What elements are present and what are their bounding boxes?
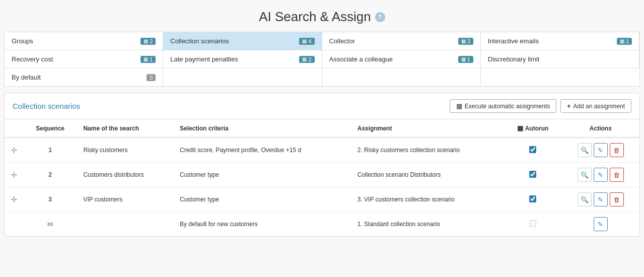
autorun-checkbox-4 xyxy=(529,220,536,227)
nav-item-late-payment[interactable]: Late payment penalties▦2 xyxy=(163,50,322,68)
nav-item-recovery-cost[interactable]: Recovery cost▦1 xyxy=(5,50,163,68)
add-assignment-button[interactable]: + Add an assignment xyxy=(560,99,631,113)
help-icon[interactable]: ? xyxy=(375,12,385,22)
nav-badge-collector: ▦3 xyxy=(458,38,473,45)
edit-icon-1: ✎ xyxy=(598,147,603,154)
infinity-icon: ∞ xyxy=(47,220,53,228)
delete-btn-1[interactable]: 🗑 xyxy=(610,143,624,157)
edit-btn-2[interactable]: ✎ xyxy=(594,168,608,182)
th-name: Name of the search xyxy=(77,119,174,137)
search-icon-2: 🔍 xyxy=(581,171,589,179)
header-row: Sequence Name of the search Selection cr… xyxy=(5,119,639,137)
nav-label-late-payment: Late payment penalties xyxy=(170,55,238,63)
edit-btn-4[interactable]: ✎ xyxy=(594,217,608,231)
nav-item-associate[interactable]: Associate a colleague▦1 xyxy=(322,50,481,68)
badge-count-collector: 3 xyxy=(467,38,470,44)
search-btn-2[interactable]: 🔍 xyxy=(578,168,592,182)
table-body: ✛1Risky customersCredit score, Payment p… xyxy=(5,137,639,236)
nav-item-discretionary-limit[interactable]: Discretionary limit xyxy=(481,50,639,68)
actions-3: 🔍✎🗑 xyxy=(562,187,639,212)
criteria-2: Customer type xyxy=(174,163,351,187)
page-title: AI Search & Assign ? xyxy=(259,9,385,25)
search-icon-1: 🔍 xyxy=(581,147,589,154)
nav-badge-interactive-emails: ▦1 xyxy=(617,38,632,45)
drag-handle-4 xyxy=(5,212,23,237)
nav-label-by-default: By default xyxy=(12,74,41,81)
nav-item-empty xyxy=(163,68,322,87)
badge-count-interactive-emails: 1 xyxy=(626,38,629,44)
badge-count-groups: 2 xyxy=(150,38,153,44)
nav-item-collection-scenarios[interactable]: Collection scenarios▦4 xyxy=(163,32,322,50)
search-btn-3[interactable]: 🔍 xyxy=(578,192,592,206)
nav-label-collection-scenarios: Collection scenarios xyxy=(170,37,229,45)
nav-container: Groups▦2Collection scenarios▦4Collector▦… xyxy=(4,32,640,87)
drag-icon-2: ✛ xyxy=(11,171,17,179)
add-label: Add an assignment xyxy=(573,103,625,110)
drag-icon-1: ✛ xyxy=(11,146,17,155)
drag-icon-3: ✛ xyxy=(11,195,17,204)
actions-1: 🔍✎🗑 xyxy=(562,137,639,163)
nav-label-associate: Associate a colleague xyxy=(329,55,393,63)
th-sequence: Sequence xyxy=(23,119,77,137)
badge-icon-recovery-cost: ▦ xyxy=(144,56,148,62)
nav-item-empty xyxy=(322,68,481,87)
section-panel: Collection scenarios ▦ Execute automatic… xyxy=(4,93,640,237)
delete-btn-3[interactable]: 🗑 xyxy=(610,192,624,206)
badge-count-recovery-cost: 1 xyxy=(150,56,153,62)
autorun-2[interactable] xyxy=(504,163,561,187)
edit-btn-3[interactable]: ✎ xyxy=(594,192,608,206)
badge-icon-late-payment: ▦ xyxy=(302,56,307,62)
criteria-4: By default for new customers xyxy=(174,212,351,237)
sequence-4: ∞ xyxy=(23,212,77,237)
nav-label-discretionary-limit: Discretionary limit xyxy=(488,55,540,63)
delete-icon-2: 🗑 xyxy=(613,171,620,179)
th-actions: Actions xyxy=(562,119,639,137)
assignments-table: Sequence Name of the search Selection cr… xyxy=(5,119,639,236)
nav-label-recovery-cost: Recovery cost xyxy=(12,55,53,63)
badge-icon-groups: ▦ xyxy=(144,38,148,44)
sequence-1: 1 xyxy=(23,137,77,163)
drag-handle-1[interactable]: ✛ xyxy=(5,137,23,163)
table-row: ✛3VIP customersCustomer type3. VIP custo… xyxy=(5,187,639,212)
delete-btn-2[interactable]: 🗑 xyxy=(610,168,624,182)
sequence-3: 3 xyxy=(23,187,77,212)
edit-icon-3: ✎ xyxy=(598,196,603,203)
section-actions: ▦ Execute automatic assignments + Add an… xyxy=(450,99,631,113)
autorun-checkbox-3[interactable] xyxy=(529,195,536,202)
badge-icon-collection-scenarios: ▦ xyxy=(302,38,307,44)
badge-count-collection-scenarios: 4 xyxy=(308,38,311,44)
nav-item-by-default[interactable]: By default5 xyxy=(5,68,163,87)
nav-badge-late-payment: ▦2 xyxy=(299,56,314,63)
page-header: AI Search & Assign ? xyxy=(0,0,644,32)
badge-icon-associate: ▦ xyxy=(461,56,466,62)
nav-item-empty xyxy=(481,68,639,87)
criteria-1: Credit score, Payment profile, Overdue +… xyxy=(174,137,351,163)
edit-icon-2: ✎ xyxy=(598,171,603,179)
drag-handle-2[interactable]: ✛ xyxy=(5,163,23,187)
drag-handle-3[interactable]: ✛ xyxy=(5,187,23,212)
table-row: ✛1Risky customersCredit score, Payment p… xyxy=(5,137,639,163)
execute-assignments-button[interactable]: ▦ Execute automatic assignments xyxy=(450,99,556,113)
autorun-checkbox-2[interactable] xyxy=(529,171,536,178)
assignment-1: 2. Risky customers collection scenario xyxy=(351,137,504,163)
page-container: AI Search & Assign ? Groups▦2Collection … xyxy=(0,0,644,237)
autorun-4 xyxy=(504,212,561,237)
nav-item-collector[interactable]: Collector▦3 xyxy=(322,32,481,50)
nav-item-interactive-emails[interactable]: Interactive emails▦1 xyxy=(481,32,639,50)
nav-badge-groups: ▦2 xyxy=(140,38,156,45)
table-row: ∞By default for new customers1. Standard… xyxy=(5,212,639,237)
autorun-checkbox-1[interactable] xyxy=(529,146,536,153)
nav-badge-associate: ▦1 xyxy=(458,56,473,63)
edit-btn-1[interactable]: ✎ xyxy=(594,143,608,157)
nav-label-interactive-emails: Interactive emails xyxy=(488,37,539,45)
th-autorun: ▦ Autorun xyxy=(504,119,561,137)
badge-count-associate: 1 xyxy=(467,56,470,62)
badge-count-by-default: 5 xyxy=(150,75,153,81)
nav-item-groups[interactable]: Groups▦2 xyxy=(5,32,163,50)
search-btn-1[interactable]: 🔍 xyxy=(578,143,592,157)
autorun-1[interactable] xyxy=(504,137,561,163)
nav-badge-recovery-cost: ▦1 xyxy=(140,56,156,63)
autorun-3[interactable] xyxy=(504,187,561,212)
autorun-icon: ▦ xyxy=(517,124,523,132)
nav-badge-collection-scenarios: ▦4 xyxy=(299,38,314,45)
